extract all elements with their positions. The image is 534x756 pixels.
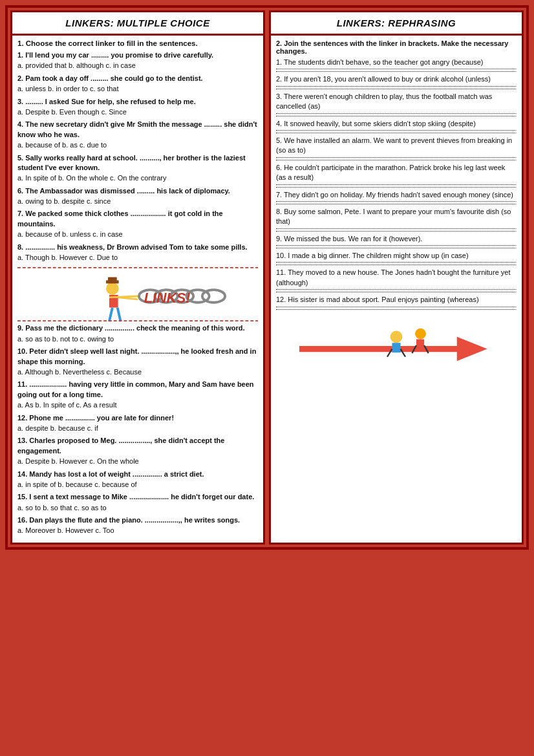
right-header: LINKERS: REPHRASING bbox=[271, 12, 522, 36]
page-border: LINKERS: MULTIPLE CHOICE 1. Choose the c… bbox=[5, 5, 529, 550]
left-content: 1. Choose the correct linker to fill in … bbox=[12, 36, 263, 543]
rephrase-q12: 12. His sister is mad about sport. Paul … bbox=[276, 295, 517, 310]
answer-line-9b bbox=[276, 248, 517, 249]
answer-line-6a bbox=[276, 184, 517, 186]
rephrase-q11: 11. They moved to a new house. The Jones… bbox=[276, 268, 517, 293]
question-12: 12. Phone me ............... you are lat… bbox=[17, 413, 258, 434]
answer-line-1b bbox=[276, 71, 517, 72]
svg-rect-18 bbox=[392, 343, 400, 352]
question-10: 10. Peter didn't sleep well last night. … bbox=[17, 347, 258, 377]
question-6: 6. The Ambassador was dismissed ........… bbox=[17, 186, 258, 207]
svg-line-10 bbox=[118, 307, 121, 321]
answer-line-4a bbox=[276, 130, 517, 131]
left-section-title: 1. Choose the correct linker to fill in … bbox=[17, 39, 258, 47]
right-content: 2. Join the sentences with the linker in… bbox=[271, 36, 522, 368]
left-header: LINKERS: MULTIPLE CHOICE bbox=[12, 12, 263, 36]
question-16: 16. Dan plays the flute and the piano. .… bbox=[17, 515, 258, 536]
answer-line-11b bbox=[276, 292, 517, 293]
answer-line-12b bbox=[276, 309, 517, 310]
rephrase-q2: 2. If you aren't 18, you aren't allowed … bbox=[276, 74, 517, 89]
answer-line-6b bbox=[276, 187, 517, 188]
answer-line-3b bbox=[276, 116, 517, 117]
question-13: 13. Charles proposed to Meg. ...........… bbox=[17, 436, 258, 466]
answer-line-8a bbox=[276, 228, 517, 230]
question-4: 4. The new secretary didn't give Mr Smit… bbox=[17, 120, 258, 150]
svg-line-9 bbox=[109, 307, 112, 321]
answer-line-7b bbox=[276, 204, 517, 205]
right-column: LINKERS: REPHRASING 2. Join the sentence… bbox=[269, 10, 524, 545]
answer-line-10b bbox=[276, 265, 517, 266]
svg-point-5 bbox=[106, 282, 119, 295]
answer-line-8b bbox=[276, 231, 517, 232]
question-11: 11. ................... having very litt… bbox=[17, 380, 258, 410]
question-14: 14. Mandy has lost a lot of weight .....… bbox=[17, 470, 258, 490]
question-5: 5. Sally works really hard at school. ..… bbox=[17, 153, 258, 184]
main-container: LINKERS: MULTIPLE CHOICE 1. Choose the c… bbox=[10, 10, 524, 545]
answer-line-1a bbox=[276, 69, 517, 70]
answer-line-4b bbox=[276, 133, 517, 134]
answer-line-12a bbox=[276, 307, 517, 308]
rephrase-q1: 1. The students didn't behave, so the te… bbox=[276, 58, 517, 72]
rephrase-q4: 4. It snowed heavily, but some skiers di… bbox=[276, 119, 517, 134]
answer-line-2b bbox=[276, 89, 517, 90]
svg-point-21 bbox=[415, 329, 426, 340]
svg-text:LINKS!: LINKS! bbox=[144, 290, 191, 306]
left-column: LINKERS: MULTIPLE CHOICE 1. Choose the c… bbox=[10, 10, 265, 545]
question-8: 8. ............... his weakness, Dr Brow… bbox=[17, 243, 258, 263]
question-7: 7. We packed some thick clothes ........… bbox=[17, 209, 258, 239]
question-2: 2. Pam took a day off ......... she coul… bbox=[17, 74, 258, 94]
svg-rect-7 bbox=[108, 277, 117, 282]
svg-point-17 bbox=[390, 331, 403, 343]
rephrase-q10: 10. I made a big dinner. The children mi… bbox=[276, 251, 517, 266]
rephrase-q7: 7. They didn't go on holiday. My friends… bbox=[276, 190, 517, 205]
answer-line-10a bbox=[276, 262, 517, 263]
question-9: 9. Pass me the dictionary ..............… bbox=[17, 323, 258, 344]
links-illustration: LINKS! bbox=[17, 265, 258, 323]
svg-point-4 bbox=[202, 290, 225, 303]
answer-line-5b bbox=[276, 160, 517, 161]
question-3: 3. ......... I asked Sue for help, she r… bbox=[17, 97, 258, 118]
answer-line-5a bbox=[276, 157, 517, 158]
answer-line-7a bbox=[276, 201, 517, 202]
rephrase-q8: 8. Buy some salmon, Pete. I want to prep… bbox=[276, 207, 517, 232]
answer-line-11a bbox=[276, 289, 517, 290]
svg-line-12 bbox=[118, 297, 138, 299]
answer-line-3a bbox=[276, 113, 517, 114]
rephrase-q6: 6. He couldn't participate in the marath… bbox=[276, 163, 517, 188]
rephrase-q9: 9. We missed the bus. We ran for it (how… bbox=[276, 234, 517, 249]
rephrase-intro: 2. Join the sentences with the linker in… bbox=[276, 39, 517, 55]
rephrase-q3: 3. There weren't enough children to play… bbox=[276, 92, 517, 117]
answer-line-2a bbox=[276, 86, 517, 87]
answer-line-9a bbox=[276, 245, 517, 246]
question-15: 15. I sent a text message to Mike ......… bbox=[17, 492, 258, 513]
right-illustration bbox=[276, 312, 517, 364]
svg-rect-22 bbox=[416, 340, 424, 349]
rephrase-q5: 5. We have installed an alarm. We want t… bbox=[276, 136, 517, 161]
question-1: 1. I'll lend you my car ......... you pr… bbox=[17, 50, 258, 71]
